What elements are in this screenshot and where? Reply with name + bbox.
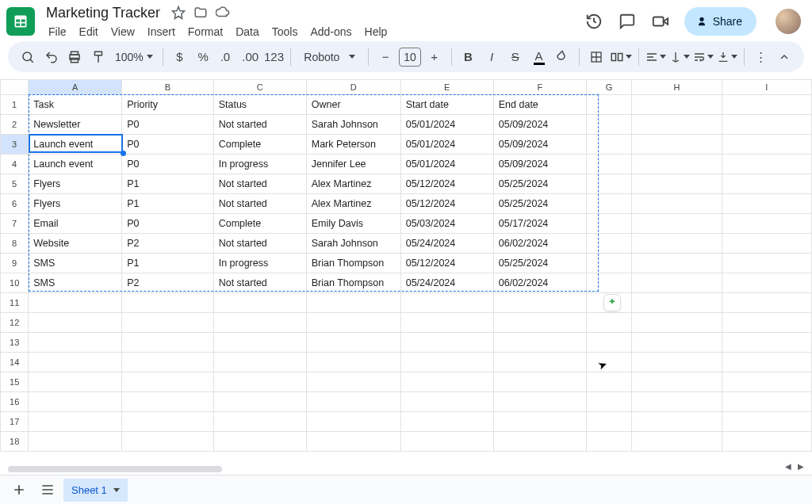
cell-F7[interactable]: 05/17/2024 bbox=[493, 214, 586, 234]
col-header-C[interactable]: C bbox=[213, 80, 306, 95]
row-header-3[interactable]: 3 bbox=[1, 135, 29, 155]
row-header-9[interactable]: 9 bbox=[1, 254, 29, 273]
cell-D16[interactable] bbox=[306, 392, 400, 412]
cell-D12[interactable] bbox=[306, 313, 400, 333]
cell-G3[interactable] bbox=[586, 135, 631, 155]
cell-A10[interactable]: SMS bbox=[29, 273, 122, 293]
select-all-corner[interactable] bbox=[1, 80, 29, 95]
decrease-decimal-icon[interactable]: .0 bbox=[216, 46, 237, 68]
cell-E17[interactable] bbox=[400, 412, 493, 432]
cell-A3[interactable]: Launch event bbox=[29, 135, 122, 155]
cell-B8[interactable]: P2 bbox=[122, 234, 214, 254]
cell-H15[interactable] bbox=[632, 372, 722, 392]
cell-C12[interactable] bbox=[213, 313, 306, 333]
row-header-6[interactable]: 6 bbox=[1, 194, 29, 214]
cell-D14[interactable] bbox=[306, 353, 400, 372]
col-header-I[interactable]: I bbox=[722, 80, 811, 95]
cell-G1[interactable] bbox=[586, 95, 631, 115]
col-header-A[interactable]: A bbox=[29, 80, 122, 95]
cell-C6[interactable]: Not started bbox=[213, 194, 306, 214]
text-color-icon[interactable]: A bbox=[529, 46, 550, 68]
cell-C7[interactable]: Complete bbox=[213, 214, 306, 234]
cell-E5[interactable]: 05/12/2024 bbox=[400, 174, 493, 194]
cell-A11[interactable] bbox=[29, 293, 122, 313]
meet-icon[interactable] bbox=[651, 12, 670, 31]
increase-decimal-icon[interactable]: .00 bbox=[240, 46, 261, 68]
row-header-15[interactable]: 15 bbox=[1, 372, 29, 392]
format-percent-icon[interactable]: % bbox=[193, 46, 213, 68]
scroll-right-icon[interactable]: ▶ bbox=[795, 460, 807, 472]
cell-F10[interactable]: 06/02/2024 bbox=[493, 273, 586, 293]
cell-H8[interactable] bbox=[632, 234, 722, 254]
cell-A13[interactable] bbox=[29, 333, 122, 353]
cell-E18[interactable] bbox=[400, 432, 493, 452]
cell-G2[interactable] bbox=[586, 115, 631, 135]
star-icon[interactable] bbox=[171, 6, 186, 20]
sheets-app-icon[interactable] bbox=[6, 7, 35, 36]
cell-C8[interactable]: Not started bbox=[213, 234, 306, 254]
cell-C16[interactable] bbox=[213, 392, 306, 412]
cell-A1[interactable]: Task bbox=[29, 95, 122, 115]
cell-E1[interactable]: Start date bbox=[400, 95, 493, 115]
cell-F15[interactable] bbox=[493, 372, 586, 392]
cell-A5[interactable]: Flyers bbox=[29, 174, 122, 194]
cell-E9[interactable]: 05/12/2024 bbox=[400, 254, 493, 273]
cell-C4[interactable]: In progress bbox=[213, 155, 306, 174]
menu-edit[interactable]: Edit bbox=[74, 23, 104, 40]
menu-data[interactable]: Data bbox=[230, 23, 265, 40]
cell-D8[interactable]: Sarah Johnson bbox=[306, 234, 400, 254]
cell-G13[interactable] bbox=[586, 333, 631, 353]
comment-icon[interactable] bbox=[618, 12, 637, 31]
undo-icon[interactable] bbox=[41, 46, 62, 68]
cell-H2[interactable] bbox=[632, 115, 722, 135]
decrease-font-icon[interactable]: − bbox=[375, 46, 396, 68]
cell-B5[interactable]: P1 bbox=[122, 174, 214, 194]
cell-E10[interactable]: 05/24/2024 bbox=[400, 273, 493, 293]
all-sheets-button[interactable] bbox=[35, 477, 60, 502]
cell-I11[interactable] bbox=[722, 293, 811, 313]
cell-B16[interactable] bbox=[122, 392, 214, 412]
cell-A18[interactable] bbox=[29, 432, 122, 452]
cell-F6[interactable]: 05/25/2024 bbox=[493, 194, 586, 214]
cell-B1[interactable]: Priority bbox=[122, 95, 214, 115]
row-header-2[interactable]: 2 bbox=[1, 115, 29, 135]
cell-I10[interactable] bbox=[722, 273, 811, 293]
cell-A15[interactable] bbox=[29, 372, 122, 392]
cell-H3[interactable] bbox=[632, 135, 722, 155]
cell-F9[interactable]: 05/25/2024 bbox=[493, 254, 586, 273]
row-header-14[interactable]: 14 bbox=[1, 353, 29, 372]
cell-H12[interactable] bbox=[632, 313, 722, 333]
cell-B4[interactable]: P0 bbox=[122, 155, 214, 174]
print-icon[interactable] bbox=[64, 46, 85, 68]
cell-C14[interactable] bbox=[213, 353, 306, 372]
cell-F1[interactable]: End date bbox=[493, 95, 586, 115]
cell-C5[interactable]: Not started bbox=[213, 174, 306, 194]
cell-A17[interactable] bbox=[29, 412, 122, 432]
cell-C1[interactable]: Status bbox=[213, 95, 306, 115]
row-header-10[interactable]: 10 bbox=[1, 273, 29, 293]
col-header-B[interactable]: B bbox=[122, 80, 214, 95]
strikethrough-icon[interactable]: S bbox=[505, 46, 526, 68]
history-icon[interactable] bbox=[584, 12, 603, 31]
cell-A9[interactable]: SMS bbox=[29, 254, 122, 273]
cell-H7[interactable] bbox=[632, 214, 722, 234]
cell-I16[interactable] bbox=[722, 392, 811, 412]
cell-F4[interactable]: 05/09/2024 bbox=[493, 155, 586, 174]
menu-help[interactable]: Help bbox=[359, 23, 393, 40]
cell-D6[interactable]: Alex Martinez bbox=[306, 194, 400, 214]
cell-F13[interactable] bbox=[493, 333, 586, 353]
cell-F17[interactable] bbox=[493, 412, 586, 432]
cell-B11[interactable] bbox=[122, 293, 214, 313]
row-header-8[interactable]: 8 bbox=[1, 234, 29, 254]
cell-G16[interactable] bbox=[586, 392, 631, 412]
cell-D10[interactable]: Brian Thompson bbox=[306, 273, 400, 293]
cell-A14[interactable] bbox=[29, 353, 122, 372]
col-header-H[interactable]: H bbox=[632, 80, 722, 95]
row-header-5[interactable]: 5 bbox=[1, 174, 29, 194]
cell-D3[interactable]: Mark Peterson bbox=[306, 135, 400, 155]
col-header-D[interactable]: D bbox=[306, 80, 400, 95]
cell-D17[interactable] bbox=[306, 412, 400, 432]
cell-G10[interactable] bbox=[586, 273, 631, 293]
scroll-left-icon[interactable]: ◀ bbox=[782, 460, 795, 472]
cell-E7[interactable]: 05/03/2024 bbox=[400, 214, 493, 234]
